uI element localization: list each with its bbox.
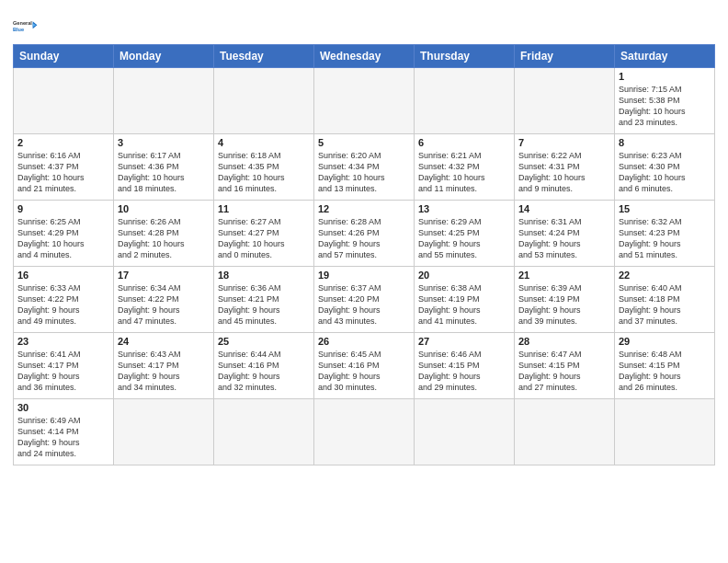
header-cell-tuesday: Tuesday xyxy=(214,45,314,68)
day-info: Sunrise: 6:26 AM Sunset: 4:28 PM Dayligh… xyxy=(118,216,210,261)
header-cell-saturday: Saturday xyxy=(615,45,715,68)
week-row-1: 2Sunrise: 6:16 AM Sunset: 4:37 PM Daylig… xyxy=(14,134,715,201)
day-cell xyxy=(314,68,415,134)
day-number: 15 xyxy=(619,203,711,214)
day-number: 16 xyxy=(17,270,109,281)
day-number: 18 xyxy=(218,270,310,281)
week-row-2: 9Sunrise: 6:25 AM Sunset: 4:29 PM Daylig… xyxy=(14,201,715,267)
day-cell: 27Sunrise: 6:46 AM Sunset: 4:15 PM Dayli… xyxy=(415,333,515,399)
day-cell: 15Sunrise: 6:32 AM Sunset: 4:23 PM Dayli… xyxy=(615,201,715,267)
header-row: SundayMondayTuesdayWednesdayThursdayFrid… xyxy=(14,45,715,68)
day-cell: 5Sunrise: 6:20 AM Sunset: 4:34 PM Daylig… xyxy=(314,134,415,201)
day-number: 5 xyxy=(318,137,410,148)
day-cell: 28Sunrise: 6:47 AM Sunset: 4:15 PM Dayli… xyxy=(515,333,615,399)
day-cell xyxy=(515,399,615,465)
day-info: Sunrise: 6:44 AM Sunset: 4:16 PM Dayligh… xyxy=(218,349,310,394)
day-info: Sunrise: 6:22 AM Sunset: 4:31 PM Dayligh… xyxy=(518,150,610,195)
day-cell xyxy=(114,68,214,134)
day-info: Sunrise: 6:32 AM Sunset: 4:23 PM Dayligh… xyxy=(619,216,711,261)
day-cell: 8Sunrise: 6:23 AM Sunset: 4:30 PM Daylig… xyxy=(615,134,715,201)
day-cell: 20Sunrise: 6:38 AM Sunset: 4:19 PM Dayli… xyxy=(415,267,515,333)
day-cell: 19Sunrise: 6:37 AM Sunset: 4:20 PM Dayli… xyxy=(314,267,415,333)
svg-text:Blue: Blue xyxy=(13,27,24,32)
day-info: Sunrise: 6:16 AM Sunset: 4:37 PM Dayligh… xyxy=(17,150,109,195)
day-info: Sunrise: 6:47 AM Sunset: 4:15 PM Dayligh… xyxy=(518,349,610,394)
day-number: 4 xyxy=(218,137,310,148)
day-info: Sunrise: 6:17 AM Sunset: 4:36 PM Dayligh… xyxy=(118,150,210,195)
day-info: Sunrise: 6:37 AM Sunset: 4:20 PM Dayligh… xyxy=(318,282,410,327)
day-cell xyxy=(615,399,715,465)
day-info: Sunrise: 6:21 AM Sunset: 4:32 PM Dayligh… xyxy=(418,150,510,195)
day-number: 7 xyxy=(518,137,610,148)
week-row-4: 23Sunrise: 6:41 AM Sunset: 4:17 PM Dayli… xyxy=(14,333,715,399)
day-cell xyxy=(214,68,314,134)
header-cell-thursday: Thursday xyxy=(415,45,515,68)
day-cell: 6Sunrise: 6:21 AM Sunset: 4:32 PM Daylig… xyxy=(415,134,515,201)
day-cell xyxy=(114,399,214,465)
day-cell: 13Sunrise: 6:29 AM Sunset: 4:25 PM Dayli… xyxy=(415,201,515,267)
day-info: Sunrise: 6:49 AM Sunset: 4:14 PM Dayligh… xyxy=(17,415,109,460)
header-cell-friday: Friday xyxy=(515,45,615,68)
day-number: 27 xyxy=(418,336,510,347)
day-number: 26 xyxy=(318,336,410,347)
day-number: 24 xyxy=(118,336,210,347)
day-number: 30 xyxy=(17,402,109,413)
day-info: Sunrise: 6:36 AM Sunset: 4:21 PM Dayligh… xyxy=(218,282,310,327)
day-info: Sunrise: 6:34 AM Sunset: 4:22 PM Dayligh… xyxy=(118,282,210,327)
day-cell: 25Sunrise: 6:44 AM Sunset: 4:16 PM Dayli… xyxy=(214,333,314,399)
day-number: 19 xyxy=(318,270,410,281)
day-cell: 4Sunrise: 6:18 AM Sunset: 4:35 PM Daylig… xyxy=(214,134,314,201)
day-cell: 9Sunrise: 6:25 AM Sunset: 4:29 PM Daylig… xyxy=(14,201,114,267)
calendar-page: GeneralBlue SundayMondayTuesdayWednesday… xyxy=(0,0,728,563)
day-cell: 23Sunrise: 6:41 AM Sunset: 4:17 PM Dayli… xyxy=(14,333,114,399)
day-cell: 16Sunrise: 6:33 AM Sunset: 4:22 PM Dayli… xyxy=(14,267,114,333)
day-info: Sunrise: 6:20 AM Sunset: 4:34 PM Dayligh… xyxy=(318,150,410,195)
day-info: Sunrise: 6:31 AM Sunset: 4:24 PM Dayligh… xyxy=(518,216,610,261)
day-cell xyxy=(214,399,314,465)
day-cell: 17Sunrise: 6:34 AM Sunset: 4:22 PM Dayli… xyxy=(114,267,214,333)
day-cell xyxy=(415,68,515,134)
day-number: 22 xyxy=(619,270,711,281)
day-cell: 3Sunrise: 6:17 AM Sunset: 4:36 PM Daylig… xyxy=(114,134,214,201)
day-number: 29 xyxy=(619,336,711,347)
header: GeneralBlue xyxy=(13,9,715,39)
header-cell-wednesday: Wednesday xyxy=(314,45,415,68)
day-number: 6 xyxy=(418,137,510,148)
day-cell: 21Sunrise: 6:39 AM Sunset: 4:19 PM Dayli… xyxy=(515,267,615,333)
day-number: 21 xyxy=(518,270,610,281)
day-info: Sunrise: 6:29 AM Sunset: 4:25 PM Dayligh… xyxy=(418,216,510,261)
day-info: Sunrise: 6:41 AM Sunset: 4:17 PM Dayligh… xyxy=(17,349,109,394)
day-number: 28 xyxy=(518,336,610,347)
day-info: Sunrise: 6:43 AM Sunset: 4:17 PM Dayligh… xyxy=(118,349,210,394)
svg-text:General: General xyxy=(13,20,32,26)
day-info: Sunrise: 6:40 AM Sunset: 4:18 PM Dayligh… xyxy=(619,282,711,327)
day-cell: 7Sunrise: 6:22 AM Sunset: 4:31 PM Daylig… xyxy=(515,134,615,201)
calendar-table: SundayMondayTuesdayWednesdayThursdayFrid… xyxy=(13,44,715,465)
day-info: Sunrise: 6:38 AM Sunset: 4:19 PM Dayligh… xyxy=(418,282,510,327)
logo-icon: GeneralBlue xyxy=(13,13,39,39)
day-number: 14 xyxy=(518,203,610,214)
week-row-5: 30Sunrise: 6:49 AM Sunset: 4:14 PM Dayli… xyxy=(14,399,715,465)
day-info: Sunrise: 6:27 AM Sunset: 4:27 PM Dayligh… xyxy=(218,216,310,261)
day-cell: 18Sunrise: 6:36 AM Sunset: 4:21 PM Dayli… xyxy=(214,267,314,333)
day-info: Sunrise: 6:48 AM Sunset: 4:15 PM Dayligh… xyxy=(619,349,711,394)
week-row-3: 16Sunrise: 6:33 AM Sunset: 4:22 PM Dayli… xyxy=(14,267,715,333)
day-info: Sunrise: 6:28 AM Sunset: 4:26 PM Dayligh… xyxy=(318,216,410,261)
day-info: Sunrise: 7:15 AM Sunset: 5:38 PM Dayligh… xyxy=(619,84,711,129)
day-number: 1 xyxy=(619,71,711,82)
day-cell: 26Sunrise: 6:45 AM Sunset: 4:16 PM Dayli… xyxy=(314,333,415,399)
day-cell: 2Sunrise: 6:16 AM Sunset: 4:37 PM Daylig… xyxy=(14,134,114,201)
day-number: 10 xyxy=(118,203,210,214)
day-info: Sunrise: 6:45 AM Sunset: 4:16 PM Dayligh… xyxy=(318,349,410,394)
day-cell: 30Sunrise: 6:49 AM Sunset: 4:14 PM Dayli… xyxy=(14,399,114,465)
day-number: 11 xyxy=(218,203,310,214)
day-cell xyxy=(14,68,114,134)
day-cell: 10Sunrise: 6:26 AM Sunset: 4:28 PM Dayli… xyxy=(114,201,214,267)
day-info: Sunrise: 6:25 AM Sunset: 4:29 PM Dayligh… xyxy=(17,216,109,261)
day-cell: 22Sunrise: 6:40 AM Sunset: 4:18 PM Dayli… xyxy=(615,267,715,333)
header-cell-sunday: Sunday xyxy=(14,45,114,68)
day-number: 25 xyxy=(218,336,310,347)
day-number: 13 xyxy=(418,203,510,214)
day-info: Sunrise: 6:23 AM Sunset: 4:30 PM Dayligh… xyxy=(619,150,711,195)
day-number: 12 xyxy=(318,203,410,214)
